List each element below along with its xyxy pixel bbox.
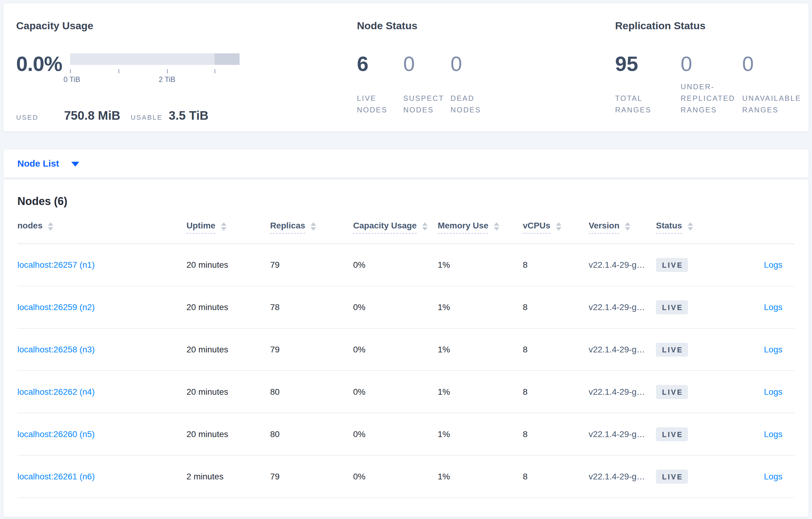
capacity-usage-cell: 0% xyxy=(353,244,437,286)
version-cell: v22.1.4-29-g… xyxy=(588,328,656,371)
replication-status-section: Replication Status 95 TOTAL RANGES 0 UND… xyxy=(615,19,796,131)
logs-cell: Logs xyxy=(725,413,794,455)
column-header-capacity-usage[interactable]: Capacity Usage xyxy=(353,208,437,244)
status-badge: LIVE xyxy=(656,258,688,272)
vcpus-cell: 8 xyxy=(523,413,588,455)
nodes-table: nodes Uptime Replicas Capacity Usage xyxy=(18,208,794,498)
capacity-usage-cell: 0% xyxy=(353,371,437,413)
nodes-table-card: Nodes (6) nodes Uptime xyxy=(3,179,809,517)
status-badge: LIVE xyxy=(656,470,688,484)
stat-column: 0 UNAVAILABLE RANGES xyxy=(742,53,791,116)
node-address-cell: localhost:26260 (n5) xyxy=(18,413,186,455)
version-cell: v22.1.4-29-g… xyxy=(588,455,656,498)
replicas-cell: 79 xyxy=(270,455,353,498)
logs-link[interactable]: Logs xyxy=(764,472,782,481)
logs-link[interactable]: Logs xyxy=(764,345,782,354)
node-link[interactable]: localhost:26257 (n1) xyxy=(18,260,95,270)
cluster-overview-page: Capacity Usage 0.0% 0 TiB 2 TiB xyxy=(0,0,812,519)
stat-label: UNDER-REPLICATED RANGES xyxy=(680,81,742,116)
logs-link[interactable]: Logs xyxy=(764,302,782,312)
node-status-title: Node Status xyxy=(357,19,615,32)
column-header-replicas[interactable]: Replicas xyxy=(270,208,353,244)
replication-status-stats: 95 TOTAL RANGES 0 UNDER-REPLICATED RANGE… xyxy=(615,53,796,116)
stat-value: 0 xyxy=(742,53,791,74)
node-address-cell: localhost:26258 (n3) xyxy=(18,328,186,371)
node-address-cell: localhost:26261 (n6) xyxy=(18,455,186,498)
node-link[interactable]: localhost:26260 (n5) xyxy=(18,429,95,439)
node-link[interactable]: localhost:26261 (n6) xyxy=(18,472,95,481)
node-link[interactable]: localhost:26258 (n3) xyxy=(18,345,95,354)
version-cell: v22.1.4-29-g… xyxy=(588,413,656,455)
uptime-cell: 20 minutes xyxy=(186,244,270,286)
replicas-cell: 79 xyxy=(270,244,353,286)
sort-icon xyxy=(422,222,428,231)
table-row: localhost:26261 (n6) 2 minutes 79 0% 1% … xyxy=(18,455,794,498)
stat-value: 6 xyxy=(357,53,403,74)
capacity-bar: 0 TiB 2 TiB xyxy=(70,53,239,84)
table-row: localhost:26262 (n4) 20 minutes 80 0% 1%… xyxy=(18,371,794,413)
stat-label: TOTAL RANGES xyxy=(615,93,677,116)
capacity-axis-ticks xyxy=(70,69,239,73)
capacity-axis-labels: 0 TiB 2 TiB xyxy=(70,75,239,84)
axis-label-0tib: 0 TiB xyxy=(63,75,80,84)
capacity-usage-section: Capacity Usage 0.0% 0 TiB 2 TiB xyxy=(16,19,357,131)
stat-column: 0 DEAD NODES xyxy=(451,53,524,116)
logs-link[interactable]: Logs xyxy=(764,260,782,270)
nodes-table-body: localhost:26257 (n1) 20 minutes 79 0% 1%… xyxy=(18,244,794,498)
status-cell: LIVE xyxy=(656,413,725,455)
axis-label-2tib: 2 TiB xyxy=(159,75,176,84)
table-row: localhost:26260 (n5) 20 minutes 80 0% 1%… xyxy=(18,413,794,455)
status-badge: LIVE xyxy=(656,300,688,314)
node-status-stats: 6 LIVE NODES 0 SUSPECT NODES 0 DEAD NODE… xyxy=(357,53,615,116)
replicas-cell: 80 xyxy=(270,371,353,413)
column-header-version[interactable]: Version xyxy=(588,208,656,244)
stat-column: 6 LIVE NODES xyxy=(357,53,403,116)
sort-icon xyxy=(625,222,630,231)
status-badge: LIVE xyxy=(656,427,688,441)
capacity-usage-cell: 0% xyxy=(353,286,437,328)
node-link[interactable]: localhost:26259 (n2) xyxy=(18,302,95,312)
table-row: localhost:26257 (n1) 20 minutes 79 0% 1%… xyxy=(18,244,794,286)
version-cell: v22.1.4-29-g… xyxy=(588,371,656,413)
stat-value: 0 xyxy=(451,53,524,74)
logs-link[interactable]: Logs xyxy=(764,429,782,439)
capacity-usage-cell: 0% xyxy=(353,413,437,455)
capacity-bar-track xyxy=(70,53,239,65)
status-cell: LIVE xyxy=(656,455,725,498)
table-row: localhost:26258 (n3) 20 minutes 79 0% 1%… xyxy=(18,328,794,371)
table-row: localhost:26259 (n2) 20 minutes 78 0% 1%… xyxy=(18,286,794,328)
memory-use-cell: 1% xyxy=(438,286,523,328)
status-cell: LIVE xyxy=(656,328,725,371)
uptime-cell: 20 minutes xyxy=(186,413,270,455)
nodes-table-title: Nodes (6) xyxy=(18,195,794,208)
sort-icon xyxy=(311,222,316,231)
column-header-vcpus[interactable]: vCPUs xyxy=(523,208,588,244)
column-header-nodes[interactable]: nodes xyxy=(18,208,186,244)
stat-value: 0 xyxy=(680,53,742,74)
stat-column: 0 UNDER-REPLICATED RANGES xyxy=(680,53,742,116)
memory-use-cell: 1% xyxy=(438,455,523,498)
node-link[interactable]: localhost:26262 (n4) xyxy=(18,387,95,397)
node-address-cell: localhost:26262 (n4) xyxy=(18,371,186,413)
column-header-memory-use[interactable]: Memory Use xyxy=(438,208,523,244)
version-cell: v22.1.4-29-g… xyxy=(588,244,656,286)
node-list-dropdown[interactable]: Node List xyxy=(3,149,809,178)
logs-link[interactable]: Logs xyxy=(764,387,782,397)
usable-value: 3.5 TiB xyxy=(169,109,208,122)
column-header-status[interactable]: Status xyxy=(656,208,725,244)
uptime-cell: 2 minutes xyxy=(186,455,270,498)
vcpus-cell: 8 xyxy=(523,371,588,413)
stat-label: LIVE NODES xyxy=(357,93,403,116)
sort-icon xyxy=(221,222,227,231)
sort-icon xyxy=(556,222,561,231)
memory-use-cell: 1% xyxy=(438,328,523,371)
memory-use-cell: 1% xyxy=(438,371,523,413)
status-cell: LIVE xyxy=(656,286,725,328)
memory-use-cell: 1% xyxy=(438,244,523,286)
node-status-section: Node Status 6 LIVE NODES 0 SUSPECT NODES… xyxy=(357,19,615,131)
chevron-down-icon xyxy=(71,162,79,166)
uptime-cell: 20 minutes xyxy=(186,286,270,328)
replicas-cell: 79 xyxy=(270,328,353,371)
column-header-uptime[interactable]: Uptime xyxy=(186,208,270,244)
capacity-bar-reserved-segment xyxy=(214,53,239,65)
